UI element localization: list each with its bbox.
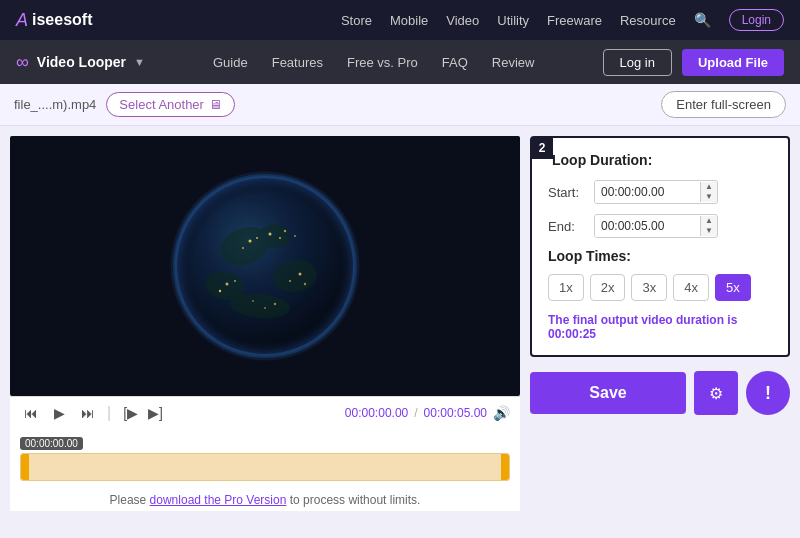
loop-1x-button[interactable]: 1x: [548, 274, 584, 301]
end-decrement[interactable]: ▼: [701, 226, 717, 236]
current-time: 00:00:00.00: [345, 406, 408, 420]
start-increment[interactable]: ▲: [701, 182, 717, 192]
top-nav-links: Store Mobile Video Utility Freeware Reso…: [341, 9, 784, 31]
toolbar-left: file_....m).mp4 Select Another 🖥: [14, 92, 235, 117]
output-text-before: The final output video duration is: [548, 313, 737, 327]
loop-4x-button[interactable]: 4x: [673, 274, 709, 301]
loop-5x-button[interactable]: 5x: [715, 274, 751, 301]
dropdown-icon[interactable]: ▼: [134, 56, 145, 68]
timeline-bar[interactable]: [20, 453, 510, 481]
pro-notice-text-after: to process without limits.: [286, 493, 420, 507]
right-panel: 2 Loop Duration: Start: ▲ ▼ End:: [530, 136, 790, 528]
timeline-time-indicator: 00:00:00.00: [20, 437, 83, 450]
loop-times-buttons: 1x 2x 3x 4x 5x: [548, 274, 772, 301]
box-number: 2: [531, 137, 553, 159]
total-time: 00:00:05.00: [424, 406, 487, 420]
loop-2x-button[interactable]: 2x: [590, 274, 626, 301]
main-content: ⏮ ▶ ⏭ | [▶ ▶] 00:00:00.00 / 00:00:05.00 …: [0, 126, 800, 538]
play-button[interactable]: ▶: [50, 403, 69, 423]
divider-1: |: [107, 404, 111, 422]
end-time-input-wrap: ▲ ▼: [594, 214, 718, 238]
nav-freevspro[interactable]: Free vs. Pro: [347, 55, 418, 70]
pro-notice: Please download the Pro Version to proce…: [10, 489, 520, 511]
end-time-row: End: ▲ ▼: [548, 214, 772, 238]
timeline-left-thumb[interactable]: [21, 454, 29, 480]
file-name: file_....m).mp4: [14, 97, 96, 112]
timeline-area: 00:00:00.00: [10, 429, 520, 489]
select-another-label: Select Another: [119, 97, 204, 112]
fullscreen-button[interactable]: Enter full-screen: [661, 91, 786, 118]
loop-times-label: Loop Times:: [548, 248, 772, 264]
bracket-controls: [▶ ▶]: [119, 403, 167, 423]
nav-resource[interactable]: Resource: [620, 13, 676, 28]
end-spinners: ▲ ▼: [700, 216, 717, 236]
time-volume-group: 00:00:00.00 / 00:00:05.00 🔊: [345, 405, 510, 421]
loop-3x-button[interactable]: 3x: [631, 274, 667, 301]
logo: A iseesoft: [16, 10, 92, 31]
earth-visual: [10, 136, 520, 396]
start-time-row: Start: ▲ ▼: [548, 180, 772, 204]
second-nav-right: Log in Upload File: [603, 49, 784, 76]
skip-back-button[interactable]: ⏮: [20, 403, 42, 423]
video-controls-bar: ⏮ ▶ ⏭ | [▶ ▶] 00:00:00.00 / 00:00:05.00 …: [10, 396, 520, 429]
timeline-right-thumb[interactable]: [501, 454, 509, 480]
nav-guide[interactable]: Guide: [213, 55, 248, 70]
nav-faq[interactable]: FAQ: [442, 55, 468, 70]
second-nav-links: Guide Features Free vs. Pro FAQ Review: [213, 55, 534, 70]
save-button[interactable]: Save: [530, 372, 686, 414]
end-time-input[interactable]: [595, 215, 700, 237]
second-navigation: ∞ Video Looper ▼ Guide Features Free vs.…: [0, 40, 800, 84]
nav-mobile[interactable]: Mobile: [390, 13, 428, 28]
output-duration-text: The final output video duration is 00:00…: [548, 313, 772, 341]
select-another-button[interactable]: Select Another 🖥: [106, 92, 235, 117]
mark-out-button[interactable]: ▶]: [144, 403, 167, 423]
pro-version-link[interactable]: download the Pro Version: [150, 493, 287, 507]
end-increment[interactable]: ▲: [701, 216, 717, 226]
save-info-button[interactable]: !: [746, 371, 790, 415]
upload-file-button[interactable]: Upload File: [682, 49, 784, 76]
playback-controls: ⏮ ▶ ⏭ | [▶ ▶]: [20, 403, 167, 423]
save-settings-button[interactable]: ⚙: [694, 371, 738, 415]
loop-duration-label: Loop Duration:: [548, 152, 772, 168]
skip-forward-button[interactable]: ⏭: [77, 403, 99, 423]
nav-features[interactable]: Features: [272, 55, 323, 70]
start-label: Start:: [548, 185, 584, 200]
login-button[interactable]: Log in: [603, 49, 672, 76]
start-decrement[interactable]: ▼: [701, 192, 717, 202]
start-spinners: ▲ ▼: [700, 182, 717, 202]
logo-text: iseesoft: [32, 11, 92, 29]
end-label: End:: [548, 219, 584, 234]
loop-icon: ∞: [16, 52, 29, 73]
time-separator: /: [414, 406, 417, 420]
nav-freeware[interactable]: Freeware: [547, 13, 602, 28]
tool-title: Video Looper: [37, 54, 126, 70]
info-icon: !: [765, 383, 771, 404]
second-nav-left: ∞ Video Looper ▼: [16, 52, 145, 73]
video-panel: ⏮ ▶ ⏭ | [▶ ▶] 00:00:00.00 / 00:00:05.00 …: [10, 136, 520, 528]
monitor-icon: 🖥: [209, 97, 222, 112]
mark-in-button[interactable]: [▶: [119, 403, 142, 423]
video-container: [10, 136, 520, 396]
nav-video[interactable]: Video: [446, 13, 479, 28]
nav-utility[interactable]: Utility: [497, 13, 529, 28]
output-duration-value: 00:00:25: [548, 327, 596, 341]
earth-svg: [165, 166, 365, 366]
top-login-button[interactable]: Login: [729, 9, 784, 31]
pro-notice-text-before: Please: [110, 493, 150, 507]
top-navigation: A iseesoft Store Mobile Video Utility Fr…: [0, 0, 800, 40]
toolbar: file_....m).mp4 Select Another 🖥 Enter f…: [0, 84, 800, 126]
search-icon[interactable]: 🔍: [694, 12, 711, 28]
volume-icon[interactable]: 🔊: [493, 405, 510, 421]
nav-review[interactable]: Review: [492, 55, 535, 70]
start-time-input[interactable]: [595, 181, 700, 203]
logo-icon: A: [16, 10, 28, 31]
start-time-input-wrap: ▲ ▼: [594, 180, 718, 204]
gear-icon: ⚙: [709, 384, 723, 403]
loop-settings-box: 2 Loop Duration: Start: ▲ ▼ End:: [530, 136, 790, 357]
nav-store[interactable]: Store: [341, 13, 372, 28]
save-row: Save ⚙ !: [530, 371, 790, 415]
